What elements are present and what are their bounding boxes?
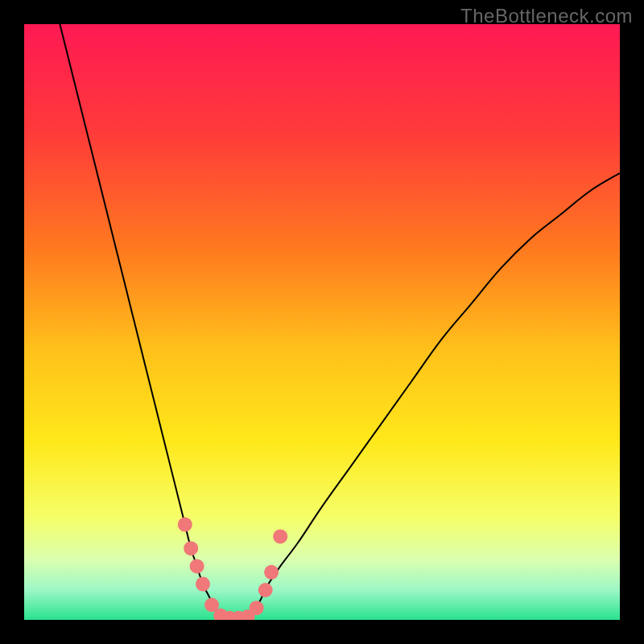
data-marker bbox=[196, 577, 210, 592]
data-marker bbox=[184, 541, 198, 555]
plot-svg bbox=[24, 24, 620, 620]
background-gradient bbox=[24, 24, 620, 620]
data-marker bbox=[258, 583, 273, 597]
data-marker bbox=[190, 559, 204, 573]
chart-frame: TheBottleneck.com bbox=[0, 0, 644, 644]
data-marker bbox=[264, 565, 279, 580]
data-marker bbox=[178, 518, 192, 532]
data-marker bbox=[273, 529, 287, 543]
plot-area bbox=[24, 24, 620, 620]
data-marker bbox=[250, 601, 264, 615]
